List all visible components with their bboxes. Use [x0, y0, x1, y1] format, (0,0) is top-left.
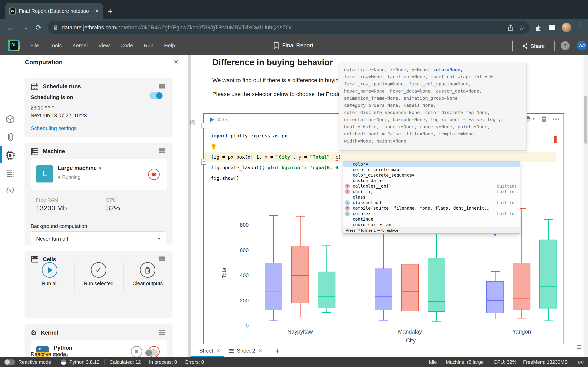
- side-panel-icon[interactable]: [549, 25, 555, 30]
- help-button[interactable]: ?: [561, 41, 570, 50]
- browser-tab[interactable]: DL Final Report (Datalore noteboo ✕: [5, 3, 103, 19]
- autocomplete-item[interactable]: class: [343, 194, 520, 200]
- tab-close-icon[interactable]: ✕: [95, 8, 99, 14]
- machine-info: L Large machine ▼ ● Running: [31, 159, 167, 190]
- status-calculated: Calculated: 12: [109, 359, 141, 365]
- computation-panel: Computation ✕ Schedule runs Scheduling i…: [20, 55, 188, 357]
- share-page-icon[interactable]: [508, 24, 513, 31]
- reactive-mode-toggle[interactable]: [145, 350, 158, 356]
- browser-profile-avatar[interactable]: [562, 23, 571, 32]
- user-avatar[interactable]: AJ: [577, 41, 587, 50]
- cell-fold-handle[interactable]: −: [201, 159, 207, 165]
- autocomplete-item[interactable]: color_discrete_map=: [343, 167, 520, 172]
- machine-title: Machine: [43, 148, 65, 155]
- panel-resizer[interactable]: [188, 55, 191, 357]
- reload-icon[interactable]: ⟳: [35, 23, 42, 32]
- autocomplete-item[interactable]: ccomplexbuiltins: [343, 211, 520, 216]
- background-computation-select[interactable]: Never turn off ▼: [31, 231, 166, 246]
- median-line: [401, 291, 419, 292]
- tab-title: Final Report (Datalore noteboo: [19, 8, 92, 14]
- code-editor[interactable]: import plotly.express as pxfig = px.box(…: [211, 131, 341, 184]
- autocomplete-item[interactable]: fchr(__i)builtins: [343, 189, 520, 194]
- median-line: [291, 275, 309, 276]
- stop-machine-button[interactable]: [148, 169, 160, 180]
- cell-more-icon[interactable]: •••: [553, 116, 560, 122]
- whisker: [383, 310, 384, 320]
- cells-menu-icon[interactable]: [159, 257, 165, 258]
- back-icon[interactable]: ←: [7, 23, 14, 32]
- bookmark-icon: [274, 42, 279, 49]
- code-line[interactable]: fig.update_layout({'plot_bgcolor': 'rgba…: [211, 162, 341, 173]
- browser-toolbar: ← → ⟳ datalore.jetbrains.com/notebook/0k…: [0, 19, 588, 36]
- schedule-menu-icon[interactable]: [159, 83, 165, 85]
- computation-icon[interactable]: [5, 150, 16, 161]
- status-python: Python 3.8.12: [69, 359, 99, 365]
- whisker: [548, 219, 549, 240]
- machine-menu-icon[interactable]: [159, 149, 165, 150]
- reactive-mode-label: Reactive mode: [31, 351, 66, 358]
- menu-item-file[interactable]: File: [30, 42, 39, 49]
- whisker-cap: [322, 245, 331, 246]
- url-bar[interactable]: datalore.jetbrains.com/notebook/0k5R4AZg…: [48, 21, 530, 34]
- menu-item-help[interactable]: Help: [164, 42, 175, 49]
- autocomplete-popup[interactable]: color=color_discrete_map=color_discrete_…: [343, 161, 520, 234]
- menu-item-view[interactable]: View: [98, 42, 110, 49]
- run-selected-button[interactable]: ✓ Run selected: [76, 262, 121, 286]
- environment-icon[interactable]: [5, 168, 16, 179]
- new-tab-button[interactable]: +: [108, 7, 112, 16]
- extensions-icon[interactable]: [535, 24, 542, 31]
- run-cell-icon[interactable]: [210, 117, 214, 122]
- median-line: [318, 296, 336, 297]
- chevron-down-icon: ▼: [532, 117, 535, 121]
- tab-sheet-2[interactable]: Sheet 2 ✕: [224, 344, 270, 357]
- stop-kernel-button[interactable]: [131, 346, 142, 358]
- delete-cell-icon[interactable]: [541, 116, 547, 122]
- python-status-icon: [61, 359, 66, 365]
- autocomplete-item[interactable]: color_discrete_sequence=: [343, 172, 520, 178]
- code-line[interactable]: import plotly.express as px: [211, 131, 341, 141]
- menu-item-code[interactable]: Code: [121, 42, 133, 49]
- paragraph-1: We want to find out if there is a differ…: [212, 77, 338, 83]
- code-line[interactable]: fig.show(): [211, 173, 341, 184]
- notebook-files-icon[interactable]: [5, 114, 16, 124]
- whisker-cap: [491, 319, 500, 319]
- tab-sheet[interactable]: Sheet ✕: [191, 344, 224, 357]
- output-menu-icon[interactable]: [577, 345, 581, 346]
- menu-item-kernel[interactable]: Kernel: [72, 42, 88, 49]
- machine-selector[interactable]: Large machine ▼: [58, 165, 102, 171]
- autocomplete-item[interactable]: fcompile(source, filename, mode, flags, …: [343, 205, 520, 211]
- free-ram-value: 13230 Mb: [36, 204, 67, 212]
- menu-item-run[interactable]: Run: [144, 42, 154, 49]
- variables-icon[interactable]: (x): [5, 186, 16, 197]
- run-all-button[interactable]: Run all: [27, 262, 72, 286]
- datalore-logo[interactable]: DL_: [8, 40, 20, 51]
- panel-title: Computation: [25, 59, 63, 66]
- share-button[interactable]: Share: [512, 40, 554, 52]
- clear-outputs-button[interactable]: Clear outputs: [125, 262, 170, 286]
- box: [265, 263, 282, 310]
- bookmark-star-icon[interactable]: ☆: [519, 24, 524, 31]
- forward-icon[interactable]: →: [21, 23, 29, 32]
- code-line[interactable]: fig = px.box(df_1, x = "City", y = "Tota…: [211, 152, 341, 162]
- reactive-mode-status-toggle[interactable]: [4, 359, 15, 365]
- autocomplete-item[interactable]: custom_data=: [343, 178, 520, 183]
- cell-fold-handle[interactable]: −: [201, 123, 207, 128]
- autocomplete-item[interactable]: color=: [343, 161, 520, 167]
- kernel-menu-icon[interactable]: [159, 330, 165, 331]
- panel-close-icon[interactable]: ✕: [173, 58, 179, 66]
- scheduling-settings-link[interactable]: Scheduling settings: [31, 125, 77, 132]
- status-reactive: Reactive mode: [18, 359, 51, 365]
- autocomplete-item[interactable]: fcallable(__obj)builtins: [343, 183, 520, 189]
- menu-item-tools[interactable]: Tools: [49, 42, 62, 49]
- add-sheet-button[interactable]: +: [275, 347, 280, 356]
- page-scrollbar-thumb[interactable]: [584, 96, 587, 144]
- browser-menu-icon[interactable]: ⋮: [578, 21, 584, 34]
- cpu-label: CPU: [106, 197, 120, 203]
- autocomplete-item[interactable]: continue: [343, 216, 520, 222]
- attachments-icon[interactable]: [5, 132, 16, 143]
- autocomplete-item[interactable]: coord_cartesian: [343, 222, 520, 227]
- scheduling-toggle[interactable]: [149, 92, 163, 99]
- autocomplete-item[interactable]: cclassmethodbuiltins: [343, 200, 520, 205]
- function-icon: f: [345, 184, 350, 189]
- intention-bulb-row[interactable]: [211, 141, 341, 152]
